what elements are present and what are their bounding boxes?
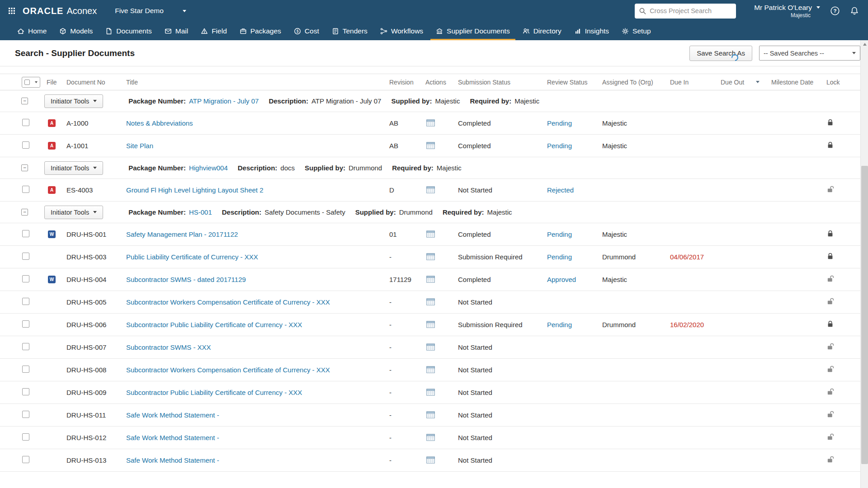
- document-title-link[interactable]: Notes & Abbreviations: [126, 119, 193, 127]
- calendar-icon[interactable]: [426, 298, 435, 307]
- nav-item-insights[interactable]: Insights: [568, 22, 615, 40]
- row-checkbox[interactable]: [22, 253, 29, 260]
- calendar-icon[interactable]: [426, 253, 435, 262]
- calendar-icon[interactable]: [426, 230, 435, 239]
- package-number-value[interactable]: Highview004: [189, 164, 228, 172]
- row-checkbox[interactable]: [22, 119, 29, 126]
- vertical-scrollbar[interactable]: [860, 40, 868, 488]
- nav-item-supplier-documents[interactable]: Supplier Documents: [429, 22, 516, 40]
- row-checkbox[interactable]: [22, 141, 29, 149]
- collapse-group-icon[interactable]: −: [21, 98, 28, 104]
- calendar-icon[interactable]: [426, 411, 435, 420]
- review-status-link[interactable]: Approved: [547, 276, 576, 283]
- nav-item-workflows[interactable]: Workflows: [374, 22, 429, 40]
- document-title-link[interactable]: Subcontractor Public Liability Certifica…: [126, 389, 302, 396]
- document-title-link[interactable]: Subcontractor SWMS - dated 20171129: [126, 276, 246, 283]
- insights-icon: [574, 28, 581, 35]
- help-icon[interactable]: ?: [830, 6, 840, 16]
- select-all-checkbox[interactable]: [24, 80, 30, 85]
- calendar-icon[interactable]: [426, 456, 435, 465]
- pdf-file-icon[interactable]: A: [48, 142, 56, 150]
- collapse-group-icon[interactable]: −: [21, 209, 28, 216]
- calendar-icon[interactable]: [426, 366, 435, 375]
- document-title-link[interactable]: Subcontractor Workers Compensation Certi…: [126, 298, 330, 306]
- nav-item-setup[interactable]: Setup: [615, 22, 657, 40]
- review-status-link[interactable]: Pending: [547, 119, 572, 127]
- package-number-value[interactable]: ATP Migration - July 07: [189, 97, 259, 105]
- row-checkbox[interactable]: [22, 366, 29, 373]
- user-menu[interactable]: Mr Patrick O'Leary Majestic: [754, 4, 820, 19]
- nav-item-models[interactable]: Models: [53, 22, 99, 40]
- nav-item-packages[interactable]: Packages: [233, 22, 288, 40]
- lock-cell: [825, 366, 860, 374]
- search-input[interactable]: [650, 7, 734, 14]
- nav-item-directory[interactable]: Directory: [516, 22, 568, 40]
- scroll-up-button[interactable]: [861, 40, 868, 48]
- initiator-tools-button[interactable]: Initiator Tools: [44, 161, 103, 175]
- row-checkbox[interactable]: [22, 388, 29, 395]
- save-search-as-button[interactable]: Save Search As: [689, 46, 752, 61]
- pdf-file-icon[interactable]: A: [48, 186, 56, 194]
- search-icon: [639, 7, 646, 15]
- review-status-link[interactable]: Rejected: [547, 186, 574, 194]
- row-checkbox[interactable]: [22, 456, 29, 463]
- home-icon: [17, 28, 24, 35]
- calendar-icon[interactable]: [426, 119, 435, 128]
- calendar-icon[interactable]: [426, 388, 435, 397]
- pdf-file-icon[interactable]: A: [48, 119, 56, 127]
- saved-searches-select[interactable]: -- Saved Searches --: [759, 46, 860, 61]
- nav-item-documents[interactable]: Documents: [99, 22, 158, 40]
- collapse-group-icon[interactable]: −: [21, 164, 28, 171]
- calendar-icon[interactable]: [426, 275, 435, 284]
- row-checkbox[interactable]: [22, 320, 29, 328]
- notifications-bell-icon[interactable]: [850, 6, 859, 16]
- row-checkbox[interactable]: [22, 275, 29, 282]
- row-checkbox[interactable]: [22, 343, 29, 350]
- row-checkbox[interactable]: [22, 411, 29, 418]
- calendar-icon[interactable]: [426, 343, 435, 352]
- document-title-link[interactable]: Safe Work Method Statement -: [126, 456, 219, 464]
- due-out-filter-caret-icon[interactable]: [756, 81, 760, 83]
- word-file-icon[interactable]: W: [48, 276, 56, 283]
- row-checkbox[interactable]: [22, 433, 29, 441]
- app-header: ORACLE Aconex Five Star Demo Mr Patrick …: [0, 0, 868, 40]
- initiator-tools-button[interactable]: Initiator Tools: [44, 206, 103, 219]
- document-title-link[interactable]: Subcontractor Workers Compensation Certi…: [126, 366, 330, 374]
- document-no-cell: DRU-HS-007: [61, 343, 124, 351]
- row-checkbox[interactable]: [22, 230, 29, 237]
- document-row: DRU-HS-013Safe Work Method Statement --N…: [0, 449, 868, 472]
- row-checkbox[interactable]: [22, 298, 29, 305]
- review-status-link[interactable]: Pending: [547, 321, 572, 328]
- document-title-link[interactable]: Safety Management Plan - 20171122: [126, 230, 238, 238]
- document-title-link[interactable]: Public Liability Certificate of Currency…: [126, 253, 258, 261]
- review-status-link[interactable]: Pending: [547, 142, 572, 150]
- app-grid-icon[interactable]: [8, 7, 15, 14]
- calendar-icon[interactable]: [426, 433, 435, 442]
- project-selector[interactable]: Five Star Demo: [115, 7, 186, 15]
- calendar-icon[interactable]: [426, 141, 435, 150]
- calendar-icon[interactable]: [426, 186, 435, 195]
- nav-item-cost[interactable]: $Cost: [288, 22, 326, 40]
- scrollbar-thumb[interactable]: [861, 166, 868, 464]
- nav-item-mail[interactable]: Mail: [158, 22, 194, 40]
- nav-item-home[interactable]: Home: [11, 22, 53, 40]
- document-title-link[interactable]: Subcontractor Public Liability Certifica…: [126, 321, 302, 328]
- calendar-icon[interactable]: [426, 320, 435, 329]
- package-number-label: Package Number:: [128, 97, 186, 105]
- document-title-link[interactable]: Safe Work Method Statement -: [126, 411, 219, 419]
- document-title-link[interactable]: Site Plan: [126, 142, 153, 150]
- word-file-icon[interactable]: W: [48, 230, 56, 238]
- initiator-tools-button[interactable]: Initiator Tools: [44, 94, 103, 108]
- package-number-value[interactable]: HS-001: [189, 208, 212, 216]
- document-title-link[interactable]: Safe Work Method Statement -: [126, 434, 219, 441]
- review-status-link[interactable]: Pending: [547, 230, 572, 238]
- nav-item-field[interactable]: Field: [194, 22, 233, 40]
- row-checkbox[interactable]: [22, 186, 29, 193]
- document-title-link[interactable]: Subcontractor SWMS - XXX: [126, 343, 211, 351]
- review-status-link[interactable]: Pending: [547, 253, 572, 261]
- nav-item-tenders[interactable]: Tenders: [326, 22, 374, 40]
- select-all-dropdown[interactable]: [22, 77, 40, 88]
- document-title-link[interactable]: Ground Fl High Level Lighting Layout She…: [126, 186, 264, 194]
- revision-cell: -: [387, 434, 424, 441]
- svg-text:?: ?: [833, 8, 836, 14]
